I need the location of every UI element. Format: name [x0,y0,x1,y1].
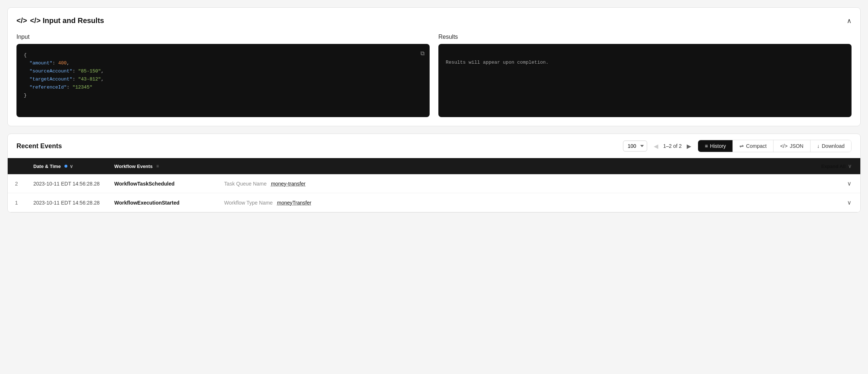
row-num-1: 1 [8,193,26,212]
expand-all-label: Expand All [821,164,846,169]
row-2-detail: Task Queue Name money-transfer [217,174,659,193]
compact-icon: ⇌ [739,143,744,149]
table-row: 2 2023-10-11 EDT 14:56:28.28 WorkflowTas… [8,174,860,193]
results-code-block: Results will appear upon completion. [438,44,852,117]
input-results-card: </> </> Input and Results ∧ Input ⧉ { "a… [7,7,861,126]
section-title-text: </> Input and Results [30,16,104,25]
events-table: Date & Time ∨ Workflow Events ≡ Expand A… [8,158,860,212]
table-header-row: Date & Time ∨ Workflow Events ≡ Expand A… [8,158,860,174]
row-1-expand-cell: ∨ [659,193,860,212]
col-event-header[interactable]: Workflow Events ≡ [107,158,217,174]
tab-json[interactable]: </> JSON [774,140,810,152]
input-panel: Input ⧉ { "amount": 400, "sourceAccount"… [16,34,430,117]
pagination: ◀ 1–2 of 2 ▶ [652,142,694,150]
tab-download[interactable]: ↓ Download [810,140,851,152]
collapse-icon[interactable]: ∧ [847,17,852,25]
results-placeholder: Results will appear upon completion. [446,51,844,74]
row-num-2: 2 [8,174,26,193]
row-2-detail-label: Task Queue Name [224,181,267,187]
row-1-datetime: 2023-10-11 EDT 14:56:28.28 [26,193,107,212]
copy-icon[interactable]: ⧉ [420,49,424,59]
events-toolbar: Recent Events 100 50 25 ◀ 1–2 of 2 ▶ ≡ H… [8,134,860,158]
row-1-detail-label: Workflow Type Name [224,200,273,206]
download-icon: ↓ [817,143,820,149]
row-2-detail-value: money-transfer [271,181,305,187]
row-2-datetime: 2023-10-11 EDT 14:56:28.28 [26,174,107,193]
col-num-header [8,158,26,174]
events-title: Recent Events [16,142,62,150]
recent-events-section: Recent Events 100 50 25 ◀ 1–2 of 2 ▶ ≡ H… [7,134,861,213]
expand-all-button[interactable]: Expand All ∨ [821,163,852,169]
history-icon: ≡ [705,143,708,149]
row-1-expand-button[interactable]: ∨ [847,199,852,206]
row-1-event: WorkflowExecutionStarted [107,193,217,212]
json-icon: </> [780,143,787,149]
input-results-grid: Input ⧉ { "amount": 400, "sourceAccount"… [16,34,852,117]
row-1-detail: Workflow Type Name moneyTransfer [217,193,659,212]
input-code-block: ⧉ { "amount": 400, "sourceAccount": "85-… [16,44,430,117]
row-2-expand-button[interactable]: ∨ [847,180,852,187]
tab-history-label: History [710,143,726,149]
sort-icon: ∨ [70,164,73,169]
results-label: Results [438,34,852,40]
sort-indicator [64,165,67,168]
code-content: { "amount": 400, "sourceAccount": "85-15… [24,51,422,100]
expand-all-chevron: ∨ [848,163,852,169]
view-tabs: ≡ History ⇌ Compact </> JSON ↓ Download [698,140,852,152]
row-1-detail-value: moneyTransfer [277,200,312,206]
input-label: Input [16,34,430,40]
tab-compact[interactable]: ⇌ Compact [733,140,774,152]
section-title: </> </> Input and Results [16,16,104,25]
tab-json-label: JSON [790,143,803,149]
next-page-button[interactable]: ▶ [685,142,693,150]
table-row: 1 2023-10-11 EDT 14:56:28.28 WorkflowExe… [8,193,860,212]
code-icon: </> [16,16,27,25]
results-panel: Results Results will appear upon complet… [438,34,852,117]
col-datetime-header[interactable]: Date & Time ∨ [26,158,107,174]
section-header: </> </> Input and Results ∧ [16,16,852,25]
toolbar-right: 100 50 25 ◀ 1–2 of 2 ▶ ≡ History ⇌ Compa… [623,140,852,152]
row-2-expand-cell: ∨ [659,174,860,193]
row-2-event: WorkflowTaskScheduled [107,174,217,193]
page-size-select[interactable]: 100 50 25 [623,141,647,152]
col-expand-header: Expand All ∨ [659,158,860,174]
pagination-text: 1–2 of 2 [663,143,682,149]
filter-icon[interactable]: ≡ [156,164,159,169]
tab-download-label: Download [822,143,845,149]
tab-compact-label: Compact [746,143,767,149]
prev-page-button[interactable]: ◀ [652,142,660,150]
tab-history[interactable]: ≡ History [698,140,733,152]
col-detail-header [217,158,659,174]
